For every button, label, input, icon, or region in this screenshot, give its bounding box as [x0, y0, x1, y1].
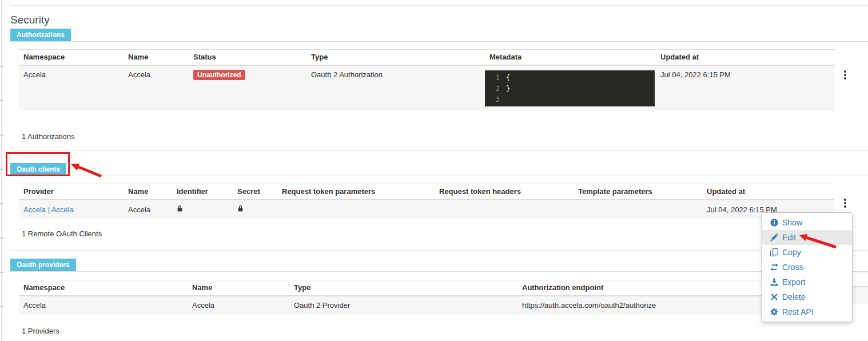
- rail-tick: [0, 169, 4, 170]
- lock-icon: [177, 205, 183, 212]
- oauth-clients-tab-row: Oauth clients: [10, 162, 868, 176]
- authorizations-header-row: Namespace Name Status Type Metadata Upda…: [19, 50, 835, 66]
- code-line: 1 {: [485, 73, 655, 84]
- delete-x-icon: [770, 293, 778, 301]
- rail-tick: [0, 272, 4, 273]
- security-page: Security Authorizations Namespace Name: [0, 0, 868, 341]
- line-number: 1: [485, 73, 500, 84]
- cross-exchange-icon: [770, 263, 778, 271]
- export-download-icon: [770, 278, 778, 286]
- column-header-metadata: Metadata: [485, 50, 656, 66]
- menu-item-label: Rest API: [782, 307, 813, 316]
- menu-item-label: Edit: [782, 233, 796, 242]
- cell-identifier: [172, 200, 233, 219]
- column-header-identifier: Identifier: [172, 184, 233, 200]
- column-header-status: Status: [189, 50, 306, 66]
- line-number: 3: [485, 94, 500, 105]
- code-line: 3: [485, 94, 655, 105]
- kebab-dot: [844, 202, 846, 204]
- oauth-providers-count: 1 Providers: [22, 327, 868, 341]
- annotation-highlight-box: [6, 152, 70, 176]
- oauth-clients-header-row: Provider Name Identifier Secret Request …: [19, 184, 835, 200]
- pencil-icon: [770, 233, 778, 241]
- lock-icon: [237, 205, 244, 212]
- page-title: Security: [10, 14, 868, 26]
- menu-item-delete[interactable]: Delete: [762, 290, 852, 304]
- metadata-code-editor[interactable]: 1 { 2 } 3: [485, 70, 655, 106]
- tab-authorizations[interactable]: Authorizations: [10, 29, 71, 41]
- annotation-arrow-edit: [797, 231, 838, 251]
- oauth-provider-table-row: Accela Accela Oauth 2 Provider https://a…: [19, 296, 835, 315]
- cell-namespace: Accela: [19, 296, 188, 315]
- rail-tick: [0, 237, 4, 239]
- status-badge: Unauthorized: [193, 70, 245, 80]
- authorization-row-actions-kebab-icon[interactable]: [842, 69, 848, 81]
- cell-metadata: 1 { 2 } 3: [485, 65, 656, 111]
- menu-item-rest-api[interactable]: Rest API: [762, 304, 852, 319]
- info-icon: [770, 219, 778, 227]
- row-actions-context-menu: Show Edit Copy Cross Export Delete Rest …: [762, 212, 853, 322]
- previous-panel-edge: [10, 0, 868, 6]
- cell-namespace: Accela: [19, 65, 124, 111]
- rail-tick: [0, 66, 4, 67]
- cell-type: Oauth 2 Provider: [289, 296, 517, 315]
- kebab-dot: [844, 74, 846, 76]
- menu-item-show[interactable]: Show: [762, 215, 852, 230]
- cell-request-token-parameters: [277, 200, 435, 219]
- rail-tick: [0, 203, 4, 204]
- annotation-arrow-oauth-clients: [69, 160, 104, 179]
- column-header-updated-at: Updated at: [656, 50, 835, 66]
- gear-icon: [770, 308, 778, 316]
- kebab-dot: [844, 199, 846, 201]
- column-header-request-token-headers: Request token headers: [435, 184, 574, 200]
- oauth-clients-count: 1 Remote OAuth Clients: [22, 229, 868, 250]
- oauth-client-row-actions-kebab-icon[interactable]: [842, 197, 848, 209]
- copy-icon: [770, 248, 778, 256]
- line-number: 2: [485, 84, 500, 94]
- cell-name: Accela: [124, 65, 189, 111]
- column-header-type: Type: [289, 280, 517, 296]
- authorizations-tab-row: Authorizations: [10, 28, 868, 42]
- kebab-dot: [844, 205, 846, 208]
- column-header-type: Type: [306, 50, 485, 66]
- code-text: {: [506, 73, 510, 84]
- oauth-clients-table: Provider Name Identifier Secret Request …: [19, 184, 835, 219]
- cell-template-parameters: [574, 200, 702, 219]
- cell-name: Accela: [124, 200, 172, 219]
- authorizations-table: Namespace Name Status Type Metadata Upda…: [19, 49, 835, 111]
- menu-item-export[interactable]: Export: [762, 275, 852, 290]
- cell-request-token-headers: [435, 200, 574, 219]
- authorizations-count: 1 Authorizations: [22, 132, 868, 150]
- menu-item-label: Show: [782, 218, 802, 227]
- column-header-request-token-parameters: Request token parameters: [277, 184, 435, 200]
- cell-name: Accela: [188, 296, 289, 315]
- code-text: }: [506, 84, 510, 94]
- oauth-clients-section: Oauth clients Provider Name Identifier S…: [10, 162, 868, 251]
- rail-tick: [0, 134, 4, 136]
- menu-item-cross[interactable]: Cross: [762, 260, 852, 275]
- cell-type: Oauth 2 Authorization: [306, 65, 485, 111]
- column-header-name: Name: [124, 50, 189, 66]
- column-header-namespace: Namespace: [19, 50, 124, 66]
- oauth-providers-header-row: Namespace Name Type Authorization endpoi…: [19, 280, 835, 296]
- column-header-provider: Provider: [19, 184, 124, 200]
- left-edge-rail: [1, 0, 2, 341]
- column-header-template-parameters: Template parameters: [574, 184, 702, 200]
- oauth-providers-section: Oauth providers Namespace Name Type Auth…: [10, 258, 868, 341]
- column-header-name: Name: [188, 280, 289, 296]
- oauth-providers-tab-row: Oauth providers: [10, 258, 868, 272]
- kebab-dot: [844, 70, 846, 73]
- menu-item-label: Delete: [782, 292, 805, 302]
- column-header-name: Name: [124, 184, 172, 200]
- rail-tick: [0, 100, 4, 101]
- rail-tick: [0, 306, 4, 307]
- oauth-providers-table: Namespace Name Type Authorization endpoi…: [19, 280, 835, 315]
- menu-item-label: Export: [782, 277, 805, 287]
- column-header-namespace: Namespace: [19, 280, 188, 296]
- provider-link[interactable]: Accela | Accela: [23, 205, 74, 214]
- cell-provider: Accela | Accela: [19, 200, 124, 219]
- oauth-client-table-row: Accela | Accela Accela Jul 04, 20: [19, 200, 835, 219]
- tab-oauth-providers[interactable]: Oauth providers: [10, 259, 76, 271]
- column-header-secret: Secret: [233, 184, 277, 200]
- menu-item-label: Cross: [782, 263, 803, 272]
